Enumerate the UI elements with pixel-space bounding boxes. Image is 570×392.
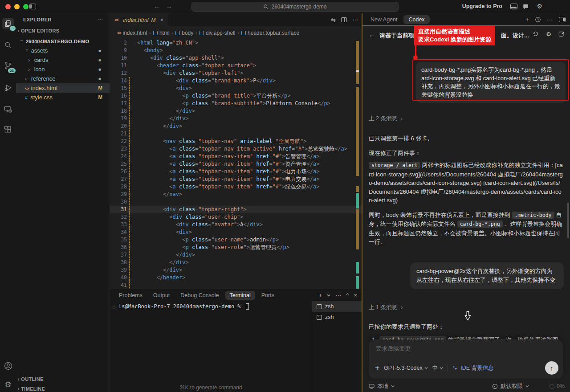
code-line-28[interactable]: 28 <a class="topbar-nav-item" href="#">绿… [110,183,362,191]
code-line-35[interactable]: 35 <p class="user-name">admin</p> [110,236,362,244]
nav-forward-icon[interactable]: → [166,2,172,10]
previous-messages-toggle[interactable]: 上 2 条消息› [369,115,564,122]
code-line-12[interactable]: 12 <div class="topbar-left"> [110,69,362,77]
code-line-27[interactable]: 27 <a class="topbar-nav-item" href="#">电… [110,176,362,183]
upgrade-to-pro-button[interactable]: Upgrade to Pro [462,3,502,9]
back-arrow-icon[interactable]: ← [369,31,375,38]
activity-explorer-button[interactable]: ◔ [2,18,14,29]
code-line-39[interactable]: 39 </div> [110,266,362,274]
tab-close-icon[interactable]: × [160,16,164,23]
activity-extensions-button[interactable] [2,124,14,135]
terminal-session-2[interactable]: zsh [312,312,362,323]
code-line-24[interactable]: 24 <a class="topbar-nav-item" href="#">告… [110,153,362,160]
activity-search-button[interactable] [2,39,14,51]
code-line-11[interactable]: 11 <header class="topbar surface"> [110,62,362,69]
breadcrumb-item-header-topbar-surface[interactable]: header.topbar.surface [241,30,299,36]
environment-selector[interactable]: 本地 [369,383,395,390]
code-line-38[interactable]: 38 </div> [110,259,362,266]
send-button[interactable]: ↑ [545,361,558,375]
code-line-16[interactable]: 16 <p class="brand-title">平台分析</p> [110,92,362,100]
panel-tab-terminal[interactable]: Terminal [225,291,255,300]
tree-item-style-css[interactable]: #style.cssM [16,93,110,102]
explorer-more-actions-icon[interactable]: ⋯ [97,15,103,22]
breadcrumb-item-html[interactable]: html [153,30,170,36]
chat-composer[interactable]: 要求后续变更 + GPT-5.3-Codex 中 IDE 背景信息 ↑ [369,339,563,379]
code-line-22[interactable]: 22 <nav class="topbar-nav" aria-label="全… [110,138,362,145]
editor-more-actions-icon[interactable]: ⋯ [352,16,358,23]
timeline-section[interactable]: › TIMELINE [18,386,45,392]
ide-context-button[interactable]: IDE 背景信息 [452,364,493,372]
chat-scrollbar[interactable] [567,203,569,238]
activity-source-control-button[interactable]: 23 [2,60,14,71]
activity-run-debug-button[interactable] [2,82,14,94]
code-line-20[interactable]: 20 </div> [110,122,362,130]
new-chat-icon[interactable]: + [525,16,529,23]
window-minimize-button[interactable] [14,4,20,9]
panel-tab-debug-console[interactable]: Debug Console [176,291,223,300]
permission-selector[interactable]: 默认权限 [492,383,529,390]
tree-item-reference[interactable]: › reference● [16,74,110,83]
code-line-10[interactable]: 10 <div class="app-shell"> [110,54,362,62]
tree-item-icon[interactable]: › icon● [16,65,110,74]
open-editors-section[interactable]: ›OPEN EDITORS [18,28,60,33]
code-line-9[interactable]: 9 <body> [110,47,362,54]
panel-close-icon[interactable]: × [354,292,357,298]
tree-item-index-html[interactable]: <>index.htmlM [16,83,110,93]
command-center-search[interactable]: 260404mastergo-demo [191,2,399,12]
activity-settings-button[interactable]: ⚙ [2,379,14,390]
tab-index-html[interactable]: <> index.html M × [110,13,168,26]
edit-pencil-icon[interactable] [558,31,565,37]
outline-section[interactable]: › OUTLINE [18,376,44,382]
nav-back-icon[interactable]: ← [154,2,160,10]
code-editor[interactable]: 2<html lang="zh-CN">9 <body>10 <div clas… [110,39,362,289]
previous-messages-toggle[interactable]: 上 1 条消息› [369,304,564,311]
chat-more-actions-icon[interactable]: ⋯ [547,16,553,23]
model-selector[interactable]: GPT-5.3-Codex [384,365,428,371]
activity-remote-explorer-button[interactable] [2,103,14,115]
code-line-41[interactable]: 41 [110,282,362,289]
code-line-29[interactable]: 29 </nav> [110,191,362,198]
code-line-30[interactable]: 30 [110,198,362,206]
code-line-21[interactable]: 21 [110,130,362,138]
codex-tab-new-agent[interactable]: New Agent [370,16,397,23]
restore-history-icon[interactable] [533,31,539,37]
chat-settings-gear-icon[interactable]: ⚙ [546,31,551,37]
panel-more-actions-icon[interactable]: ⋯ [335,292,341,298]
sidebar-toggle-icon[interactable] [29,4,36,9]
panel-toggle-icon[interactable] [510,4,517,9]
breadcrumb-item-div-app-shell[interactable]: div.app-shell [200,30,235,36]
code-line-25[interactable]: 25 <a class="topbar-nav-item" href="#">资… [110,160,362,168]
tree-item-cards[interactable]: › cards● [16,55,110,65]
open-changes-icon[interactable]: ⇆ [331,16,336,23]
secondary-sidebar-icon[interactable] [559,17,566,22]
window-close-button[interactable] [5,4,11,9]
terminal-session-1[interactable]: zsh [312,301,362,312]
codex-tab-codex[interactable]: Codex [403,15,429,24]
tree-item-260404mastergo-demo[interactable]: › 260404MASTERGO-DEMO [16,37,110,46]
panel-tab-problems[interactable]: Problems [114,291,147,300]
breadcrumb-item-index-html[interactable]: <>index.html [117,30,147,36]
window-zoom-button[interactable] [23,4,28,9]
code-line-34[interactable]: 34 <div> [110,229,362,236]
code-line-26[interactable]: 26 <a class="topbar-nav-item" href="#">电… [110,168,362,176]
code-line-2[interactable]: 2<html lang="zh-CN"> [110,39,362,47]
code-line-14[interactable]: 14 <div class="brand-mark">P</div> [110,77,362,85]
effort-selector[interactable]: 中 [432,364,444,372]
panel-tab-output[interactable]: Output [149,291,175,300]
chat-bubble-icon[interactable] [522,4,529,10]
panel-tab-ports[interactable]: Ports [257,291,279,300]
new-terminal-icon[interactable]: + [319,292,322,298]
terminal-prompt-line[interactable]: ○ ls@MacBook-Pro-7 260404mastergo-demo % [113,303,249,310]
code-line-33[interactable]: 33 <div class="avatar">A</div> [110,221,362,229]
split-editor-icon[interactable] [341,17,347,22]
tree-item-assets[interactable]: › assets● [16,46,110,55]
code-line-32[interactable]: 32 <div class="user-chip"> [110,213,362,221]
code-line-37[interactable]: 37 </div> [110,251,362,259]
terminal-dropdown-icon[interactable] [327,294,330,297]
code-line-15[interactable]: 15 <div> [110,85,362,92]
code-line-36[interactable]: 36 <p class="user-role">运营管理员</p> [110,244,362,251]
attach-button[interactable]: + [375,363,379,372]
panel-maximize-icon[interactable]: ^ [346,292,349,298]
code-line-23[interactable]: 23 <a class="topbar-nav-item active" hre… [110,145,362,153]
history-clock-icon[interactable] [535,16,541,23]
